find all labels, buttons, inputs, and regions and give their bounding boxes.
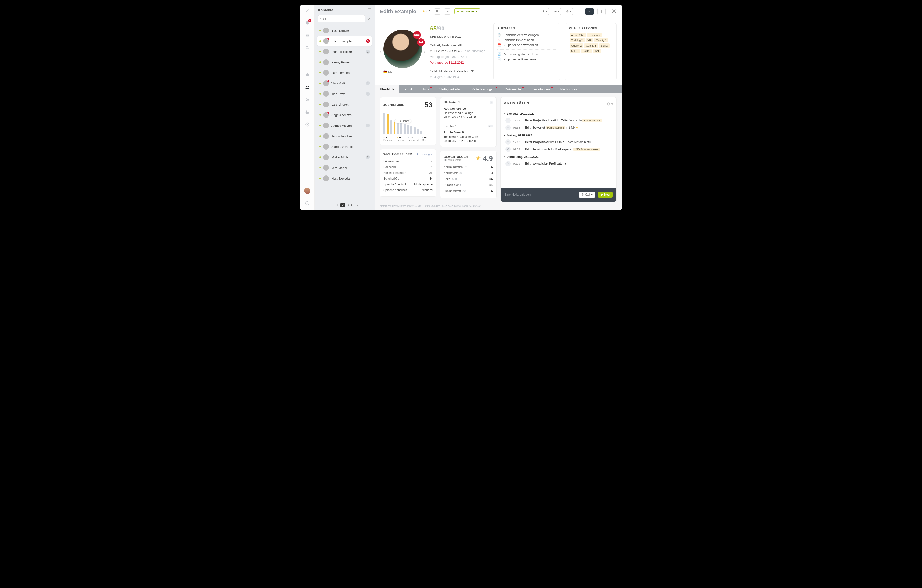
- tab-überblick[interactable]: Überblick: [374, 85, 399, 93]
- contact-row[interactable]: Angela Aruzzo: [317, 110, 372, 120]
- field-row: Sprache / deutschMuttersprache: [383, 181, 433, 187]
- contact-row[interactable]: Ricardo Rocket2: [317, 47, 372, 56]
- qualification-tag[interactable]: Training Y: [569, 38, 585, 42]
- contact-row[interactable]: Lara Lemons: [317, 68, 372, 78]
- new-note-button[interactable]: ⊕ Neu: [598, 192, 613, 198]
- contact-name: Penny Power: [331, 60, 370, 64]
- tab-dot: [522, 87, 524, 88]
- call-note-button[interactable]: ✆ Call ▾: [579, 191, 595, 198]
- rail-people-icon[interactable]: [305, 85, 309, 90]
- contact-row[interactable]: Edith Example5: [317, 36, 372, 46]
- qualification-tag[interactable]: Allstar Skill: [569, 33, 586, 37]
- rail-chart-icon[interactable]: [305, 110, 309, 115]
- contact-row[interactable]: Lars Lindrek: [317, 100, 372, 109]
- activity-icon: ⊕: [505, 147, 511, 152]
- qualification-tag[interactable]: Quality 2: [569, 43, 583, 48]
- more-button[interactable]: ⋮: [597, 8, 606, 15]
- contact-name: Mikkel Müller: [331, 155, 363, 159]
- pager-prev[interactable]: ‹: [331, 203, 332, 207]
- tab-nachrichten[interactable]: Nachrichten: [555, 85, 582, 93]
- qualification-tag[interactable]: Skill C: [581, 49, 592, 53]
- rail-target-icon[interactable]: [305, 98, 309, 103]
- contact-row[interactable]: Vera Veritas1: [317, 78, 372, 88]
- tab-jobs[interactable]: Jobs: [417, 85, 434, 93]
- rail-briefcase-icon[interactable]: [305, 72, 309, 78]
- qualification-tag[interactable]: Skill B: [569, 49, 580, 53]
- svg-point-5: [307, 99, 307, 100]
- tab-zeiterfassungen[interactable]: Zeiterfassungen: [466, 85, 499, 93]
- tab-bewertungen[interactable]: Bewertungen: [526, 85, 555, 93]
- next-person-icon[interactable]: ›: [424, 49, 425, 54]
- tab-verfügbarkeiten[interactable]: Verfügbarkeiten: [434, 85, 466, 93]
- pager-page[interactable]: 4: [351, 203, 352, 207]
- header-section: ‹ DOC DAT 🇩🇪 DE › 65/90 KFB Tage offen i…: [374, 18, 622, 85]
- task-row[interactable]: 🕓Fehlende Zeiterfassungen: [497, 33, 556, 38]
- cal-icon: 📅: [497, 43, 501, 47]
- contact-row[interactable]: Sandra Schmidt: [317, 142, 372, 152]
- pager-next[interactable]: ›: [356, 203, 358, 207]
- rail-settings-icon[interactable]: [305, 122, 309, 128]
- qualification-tag[interactable]: Quality 1: [594, 38, 608, 42]
- activities-settings-icon[interactable]: ⚙ ▾: [607, 102, 613, 106]
- calendar-user-icon[interactable]: ☷: [434, 8, 440, 15]
- contact-row[interactable]: Ahmed Atusani1: [317, 121, 372, 130]
- rail-user-avatar[interactable]: [304, 188, 311, 194]
- task-row[interactable]: ☆Fehlende Bewertungen: [497, 38, 556, 42]
- rail-notifications[interactable]: 5: [305, 21, 309, 26]
- country-label: 🇩🇪 DE: [383, 70, 422, 74]
- contact-row[interactable]: Jenny Jungbrunn: [317, 131, 372, 141]
- tabs: ÜberblickProfilJobsVerfügbarkeitenZeiter…: [374, 85, 622, 93]
- edit-button[interactable]: ✎: [585, 8, 593, 15]
- qualification-tag[interactable]: Skill A: [599, 43, 610, 48]
- activity-chip[interactable]: Purple Summit: [546, 126, 565, 129]
- rail-search-icon[interactable]: [305, 46, 309, 51]
- status-dot: [319, 136, 321, 137]
- send-mail-button[interactable]: ✉ ▾: [553, 8, 561, 15]
- activity-chip[interactable]: IKIO Summer Weeks: [573, 148, 600, 151]
- contact-row[interactable]: Mira Model: [317, 163, 372, 173]
- tab-dokumente[interactable]: Dokumente: [500, 85, 526, 93]
- prev-person-icon[interactable]: ‹: [380, 49, 381, 54]
- activity-icon: ✎: [505, 161, 511, 166]
- show-all-link[interactable]: Alle anzeigen: [417, 153, 433, 155]
- rail-help-icon[interactable]: ?: [305, 201, 309, 206]
- pager-page[interactable]: 2: [340, 203, 345, 207]
- task-row[interactable]: 📅Zu prüfende Abwesenheit: [497, 42, 556, 47]
- avatar: [323, 101, 329, 107]
- close-icon[interactable]: ✕: [611, 8, 616, 15]
- activity-chip[interactable]: Purple Summit: [582, 119, 602, 122]
- download-button[interactable]: ⬇ ▾: [541, 8, 549, 15]
- mail-icon[interactable]: ✉: [444, 8, 450, 15]
- bar: [400, 123, 402, 134]
- contact-row[interactable]: Nora Nevada: [317, 173, 372, 183]
- call-button[interactable]: ✆ ▾: [565, 8, 573, 15]
- status-pill[interactable]: AKTIVIERT ▾: [454, 8, 481, 15]
- pager-page[interactable]: 3: [347, 203, 349, 207]
- note-input[interactable]: [505, 193, 572, 196]
- field-row: Schuhgröße34: [383, 176, 433, 181]
- qualification-tag[interactable]: +21: [593, 49, 601, 53]
- app-window: 5 ? Kontakte ☰ ▿ 33 ✕ Susi SampleEdith E…: [300, 5, 622, 210]
- filter-button[interactable]: ▿ 33: [318, 15, 365, 22]
- clear-filter-icon[interactable]: ✕: [367, 16, 371, 21]
- contact-row[interactable]: Mikkel Müller2: [317, 152, 372, 162]
- bar: [417, 129, 419, 134]
- contact-row[interactable]: Susi Sample: [317, 26, 372, 35]
- activity-row: ⊕09:09Edith bewirbt sich für Barkeeper i…: [504, 146, 613, 153]
- task-row[interactable]: 📄Zu prüfende Dokumente: [497, 57, 556, 62]
- avatar: [323, 59, 329, 65]
- topbar: Edith Example ★4.9 ☷ ✉ AKTIVIERT ▾ ⬇ ▾ ✉…: [374, 5, 622, 18]
- qualification-tag[interactable]: VIP: [586, 38, 593, 42]
- pager-page[interactable]: 1: [337, 203, 338, 207]
- contact-row[interactable]: Penny Power: [317, 57, 372, 67]
- qualification-tag[interactable]: Quality 3: [584, 43, 598, 48]
- task-row[interactable]: 🧾Abrechnungsdaten fehlen: [497, 52, 556, 57]
- jobhistory-panel: JOBHISTORIE53 12 x Einlass 20Promoter18S…: [380, 97, 436, 145]
- contact-row[interactable]: Tina Tower1: [317, 89, 372, 99]
- star-icon: ★: [476, 155, 481, 162]
- tab-profil[interactable]: Profil: [399, 85, 417, 93]
- qualification-tag[interactable]: Training X: [587, 33, 602, 37]
- nav-rail: 5 ?: [300, 5, 314, 210]
- rail-mail-icon[interactable]: [305, 33, 309, 38]
- sidebar-menu-icon[interactable]: ☰: [368, 8, 371, 12]
